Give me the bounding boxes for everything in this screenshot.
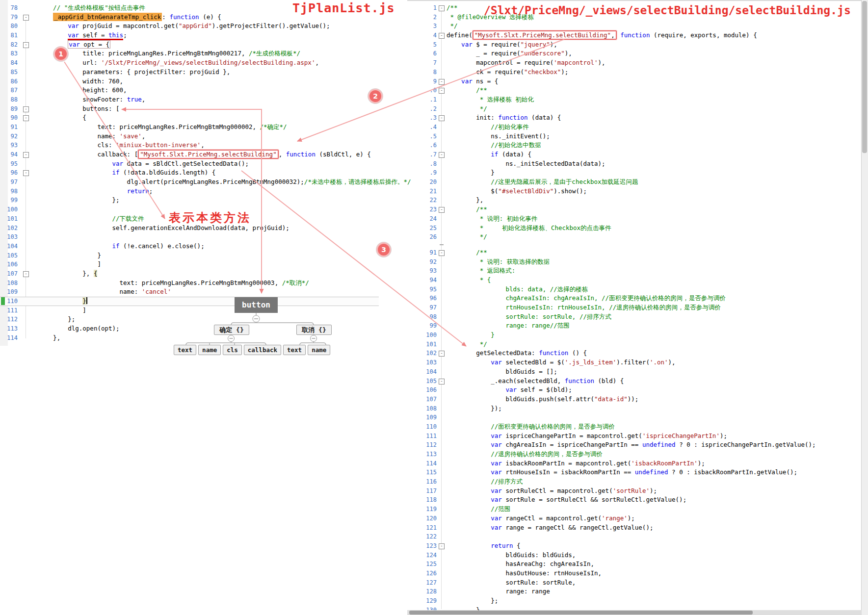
code-line[interactable]: 9- var ns = { bbox=[407, 77, 868, 86]
code-text[interactable]: var ispriceChangePartIn = mapcontrol.get… bbox=[447, 432, 727, 441]
code-text[interactable]: ] bbox=[38, 260, 101, 269]
code-text[interactable]: name: 'cancel' bbox=[38, 287, 171, 297]
code-text[interactable]: url: '/Slxt/PriceMng/_views/selectBuildi… bbox=[38, 58, 319, 68]
code-line[interactable]: 92 name: 'save', bbox=[0, 132, 461, 141]
code-line[interactable]: 96 chgAreaIsIn: chgAreaIsIn, //面积变更待确认价格… bbox=[407, 294, 868, 303]
code-text[interactable]: _ = require("underscore"), bbox=[447, 49, 572, 58]
code-text[interactable]: */ bbox=[447, 104, 487, 114]
code-text[interactable]: sortRule: sortRule, //排序方式 bbox=[447, 312, 611, 322]
code-text[interactable]: var sortRule = sortRuleCtl && sortRuleCt… bbox=[447, 495, 686, 505]
code-line[interactable]: 110 } bbox=[0, 297, 379, 306]
fold-marker-icon[interactable]: - bbox=[439, 5, 445, 11]
code-text[interactable]: var self = $(bld); bbox=[447, 385, 572, 395]
code-line[interactable]: 106 ] bbox=[0, 260, 461, 269]
code-text[interactable]: }; bbox=[447, 596, 498, 606]
code-text[interactable]: text: priceMngLangRes.PriceMngBtmMng0000… bbox=[38, 123, 287, 132]
code-line[interactable]: 112 var chgAreaIsIn = ispriceChangePartI… bbox=[407, 440, 868, 450]
code-text[interactable]: bldGuids: bldGuids, bbox=[447, 551, 576, 560]
code-line[interactable]: 111 var ispriceChangePartIn = mapcontrol… bbox=[407, 432, 868, 441]
code-line[interactable] bbox=[407, 242, 868, 248]
fold-marker-icon[interactable]: - bbox=[23, 170, 29, 176]
code-line[interactable]: 7 mapcontrol = require('mapcontrol'), bbox=[407, 58, 868, 68]
horizontal-scrollbar[interactable] bbox=[407, 610, 862, 615]
code-text[interactable]: }, bbox=[447, 196, 483, 205]
code-text[interactable]: } bbox=[447, 331, 495, 340]
code-text[interactable]: //初始化事件 bbox=[447, 123, 529, 132]
code-text[interactable]: var isbackRoomPartIn = mapcontrol.get('i… bbox=[447, 459, 705, 468]
code-text[interactable]: range: range bbox=[447, 587, 550, 596]
code-line[interactable]: 90- { bbox=[0, 113, 461, 123]
code-line[interactable]: 120 var rangeCtl = mapcontrol.get('range… bbox=[407, 514, 868, 523]
code-text[interactable]: chgAreaIsIn: chgAreaIsIn, //面积变更待确认价格的房间… bbox=[447, 294, 726, 303]
code-line[interactable]: 99 }; bbox=[0, 196, 461, 205]
code-line[interactable]: 116 //排序方式 bbox=[407, 477, 868, 487]
code-line[interactable]: 124 bldGuids: bldGuids, bbox=[407, 551, 868, 560]
code-text[interactable]: }, { bbox=[38, 269, 97, 279]
code-text[interactable]: if (data) { bbox=[447, 150, 531, 159]
code-text[interactable]: init: function (data) { bbox=[447, 113, 561, 123]
code-text[interactable]: //初始化选中数据 bbox=[447, 141, 541, 150]
code-line[interactable]: 82- var opt = { bbox=[0, 40, 461, 50]
code-line[interactable]: 5 var $ = require("jquery"), bbox=[407, 40, 868, 50]
code-text[interactable]: var sortRuleCtl = mapcontrol.get('sortRu… bbox=[447, 487, 657, 496]
code-line[interactable]: 109 name: 'cancel' bbox=[0, 287, 461, 297]
code-line[interactable]: 127 sortRule: sortRule, bbox=[407, 578, 868, 588]
code-text[interactable]: //排序方式 bbox=[447, 477, 523, 487]
code-text[interactable]: parameters: { projectFilter: projGuid }, bbox=[38, 68, 230, 77]
code-line[interactable]: 86 width: 760, bbox=[0, 77, 461, 86]
code-text[interactable]: * { bbox=[447, 276, 491, 285]
left-code-panel[interactable]: 78 // "生成价格模板"按钮点击事件79- _appGrid_btnGena… bbox=[0, 0, 461, 342]
code-text[interactable]: dlg.alert(priceMngLangRes.PriceMngBtmMng… bbox=[38, 178, 411, 187]
code-text[interactable]: } bbox=[38, 251, 101, 260]
fold-marker-icon[interactable]: - bbox=[439, 543, 445, 549]
fold-marker-icon[interactable]: - bbox=[439, 79, 445, 85]
code-line[interactable]: 105- _.each(selectedBld, function (bld) … bbox=[407, 377, 868, 386]
code-line[interactable]: 121 var range = rangeCtl && rangeCtl.get… bbox=[407, 523, 868, 533]
code-line[interactable]: 94 * { bbox=[407, 276, 868, 285]
vertical-scrollbar[interactable] bbox=[861, 0, 868, 615]
code-line[interactable]: 110 //面积变更待确认价格的房间，是否参与调价 bbox=[407, 422, 868, 432]
code-line[interactable]: 128 range: range bbox=[407, 587, 868, 596]
code-text[interactable]: showFooter: true, bbox=[38, 95, 145, 104]
code-text[interactable]: var selectedBld = $('.js_lds_item').filt… bbox=[447, 358, 676, 367]
fold-marker-icon[interactable]: - bbox=[439, 115, 445, 121]
code-text[interactable]: var rangeCtl = mapcontrol.get('range'); bbox=[447, 514, 635, 523]
code-text[interactable]: } bbox=[38, 297, 87, 306]
code-line[interactable]: 129 }; bbox=[407, 596, 868, 606]
code-line[interactable]: .6 //初始化选中数据 bbox=[407, 141, 868, 150]
code-line[interactable]: 109 bbox=[407, 413, 868, 422]
code-text[interactable]: if (!e.cancel) e.close(); bbox=[38, 242, 205, 251]
code-text[interactable]: rtnHouseIsIn: rtnHouseIsIn, //退房待确认价格的房间… bbox=[447, 303, 721, 312]
code-text[interactable]: var projGuid = mapcontrol.get("appGrid")… bbox=[38, 22, 330, 31]
code-line[interactable]: 103 var selectedBld = $('.js_lds_item').… bbox=[407, 358, 868, 367]
code-line[interactable]: 92 * 说明: 获取选择的数据 bbox=[407, 257, 868, 267]
code-line[interactable]: 100 } bbox=[407, 331, 868, 340]
code-text[interactable]: _.each(selectedBld, function (bld) { bbox=[447, 377, 624, 386]
code-line[interactable]: 106 var self = $(bld); bbox=[407, 385, 868, 395]
fold-marker-icon[interactable]: - bbox=[439, 88, 445, 94]
code-text[interactable]: * 说明: 初始化事件 bbox=[447, 214, 537, 224]
code-text[interactable]: sortRule: sortRule, bbox=[447, 578, 576, 588]
code-line[interactable]: .2 */ bbox=[407, 104, 868, 114]
code-text[interactable]: if (!data.bldGuids.length) { bbox=[38, 168, 215, 178]
code-line[interactable]: 88 showFooter: true, bbox=[0, 95, 461, 104]
code-line[interactable]: 94- callback: ["Mysoft.Slxt.PriceMng.sel… bbox=[0, 150, 461, 159]
code-text[interactable]: var $ = require("jquery"), bbox=[447, 40, 557, 50]
code-text[interactable]: getSelectedData: function () { bbox=[447, 349, 587, 358]
code-line[interactable]: 97 dlg.alert(priceMngLangRes.PriceMngBtm… bbox=[0, 178, 461, 187]
code-line[interactable]: 4-define("Mysoft.Slxt.PriceMng.selectBui… bbox=[407, 31, 868, 40]
code-line[interactable]: 3 */ bbox=[407, 22, 868, 31]
code-text[interactable]: // "生成价格模板"按钮点击事件 bbox=[38, 3, 145, 13]
code-line[interactable]: 122 bbox=[407, 532, 868, 541]
code-line[interactable]: 103 bbox=[0, 232, 461, 242]
code-text[interactable]: return; bbox=[38, 187, 153, 196]
code-text[interactable]: /** bbox=[447, 3, 458, 13]
code-text[interactable]: { bbox=[38, 113, 86, 123]
code-text[interactable]: * 选择楼栋 初始化 bbox=[447, 95, 534, 104]
fold-marker-icon[interactable]: - bbox=[439, 379, 445, 384]
code-line[interactable]: 84 url: '/Slxt/PriceMng/_views/selectBui… bbox=[0, 58, 461, 68]
code-line[interactable]: 95 var data = sBldCtl.getSelectedData(); bbox=[0, 159, 461, 169]
fold-marker-icon[interactable]: - bbox=[439, 250, 445, 256]
code-line[interactable]: 111 ] bbox=[0, 306, 461, 315]
code-line[interactable]: 118 var sortRule = sortRuleCtl && sortRu… bbox=[407, 495, 868, 505]
